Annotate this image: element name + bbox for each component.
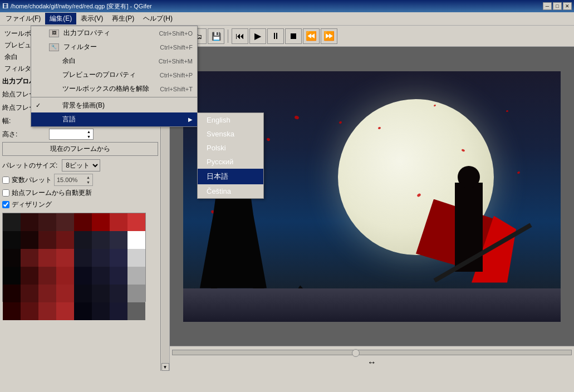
- palette-cell-46[interactable]: [110, 302, 127, 320]
- palette-cell-21[interactable]: [92, 249, 110, 267]
- lang-czech[interactable]: Čeština: [198, 184, 263, 198]
- dithering-checkbox[interactable]: [2, 201, 9, 208]
- palette-cell-36[interactable]: [74, 285, 92, 302]
- lang-svenska[interactable]: Svenska: [198, 127, 263, 141]
- percent-arrows[interactable]: ▲ ▼: [86, 175, 90, 185]
- palette-cell-16[interactable]: [3, 249, 21, 267]
- palette-cell-23[interactable]: [127, 249, 145, 267]
- menu-edit[interactable]: 編集(E): [45, 13, 76, 24]
- from-current-frame-button[interactable]: 現在のフレームから: [2, 142, 158, 156]
- palette-size-dropdown[interactable]: 8ビット: [62, 159, 100, 171]
- palette-cell-14[interactable]: [110, 231, 127, 249]
- palette-cell-42[interactable]: [38, 302, 56, 320]
- palette-cell-5[interactable]: [92, 213, 110, 231]
- timeline-scroll-left[interactable]: ↔: [367, 357, 376, 367]
- menu-play[interactable]: 再生(P): [107, 13, 139, 24]
- lang-russian[interactable]: Русский: [198, 155, 263, 169]
- menu-draw-bg[interactable]: ✓ 背景を描画(B): [31, 99, 197, 112]
- percent-down[interactable]: ▼: [86, 180, 90, 185]
- palette-cell-30[interactable]: [110, 267, 127, 285]
- palette-cell-2[interactable]: [38, 213, 56, 231]
- palette-cell-0[interactable]: [3, 213, 21, 231]
- palette-cell-11[interactable]: [56, 231, 74, 249]
- height-spinbox[interactable]: 204 px ▲ ▼: [49, 129, 94, 140]
- dithering-row: ディザリング: [2, 200, 158, 209]
- palette-cell-33[interactable]: [21, 285, 38, 302]
- palette-cell-20[interactable]: [74, 249, 92, 267]
- palette-cell-4[interactable]: [74, 213, 92, 231]
- palette-cell-25[interactable]: [21, 267, 38, 285]
- palette-cell-37[interactable]: [92, 285, 110, 302]
- menu-file[interactable]: ファイル(F): [1, 13, 45, 24]
- palette-cell-39[interactable]: [127, 285, 145, 302]
- palette-cell-31[interactable]: [127, 267, 145, 285]
- stop-button[interactable]: ⏹: [285, 28, 302, 44]
- palette-cell-19[interactable]: [56, 249, 74, 267]
- palette-cell-6[interactable]: [110, 213, 127, 231]
- palette-cell-15[interactable]: [127, 231, 145, 249]
- prev-frame-button[interactable]: ⏪: [303, 28, 320, 44]
- maximize-button[interactable]: □: [553, 2, 562, 10]
- menu-output-props[interactable]: 🖼 出力プロパティ Ctrl+Shift+O: [31, 26, 197, 40]
- splatter-3: [266, 137, 271, 141]
- palette-cell-38[interactable]: [110, 285, 127, 302]
- menu-filter[interactable]: 🔧 フィルター Ctrl+Shift+F: [31, 40, 197, 54]
- palette-cell-28[interactable]: [74, 267, 92, 285]
- palette-cell-9[interactable]: [21, 231, 38, 249]
- height-arrows[interactable]: ▲ ▼: [87, 129, 91, 139]
- palette-cell-3[interactable]: [56, 213, 74, 231]
- scroll-down-arrow[interactable]: ▼: [161, 363, 169, 371]
- height-up[interactable]: ▲: [87, 129, 91, 134]
- save-button[interactable]: 💾: [208, 28, 224, 44]
- palette-cell-41[interactable]: [21, 302, 38, 320]
- menu-language[interactable]: 言語 ▶ English Svenska Polski Русский 日本語 …: [31, 112, 197, 126]
- minimize-button[interactable]: ─: [543, 2, 552, 10]
- height-down[interactable]: ▼: [87, 134, 91, 139]
- menu-toolbox-reset[interactable]: ツールボックスの格納を解除 Ctrl+Shift+T: [31, 82, 197, 96]
- icon-toolbox-reset: [49, 85, 58, 94]
- menu-view[interactable]: 表示(V): [76, 13, 107, 24]
- palette-cell-24[interactable]: [3, 267, 21, 285]
- titlebar-controls: ─ □ ✕: [543, 2, 572, 10]
- goto-start-button[interactable]: ⏮: [232, 28, 248, 44]
- menu-preview-props[interactable]: プレビューのプロパティ Ctrl+Shift+P: [31, 68, 197, 82]
- palette-cell-10[interactable]: [38, 231, 56, 249]
- lang-english[interactable]: English: [198, 113, 263, 127]
- prev-frame-icon: ⏪: [306, 31, 317, 41]
- play-button[interactable]: ▶: [249, 28, 266, 44]
- palette-cell-45[interactable]: [92, 302, 110, 320]
- lang-polski[interactable]: Polski: [198, 141, 263, 155]
- palette-cell-22[interactable]: [110, 249, 127, 267]
- timeline-track[interactable]: [172, 350, 572, 355]
- icon-margin: [49, 57, 58, 66]
- palette-cell-35[interactable]: [56, 285, 74, 302]
- palette-cell-29[interactable]: [92, 267, 110, 285]
- timeline-thumb[interactable]: [352, 349, 360, 357]
- lang-japanese[interactable]: 日本語: [198, 169, 263, 184]
- palette-cell-12[interactable]: [74, 231, 92, 249]
- palette-cell-8[interactable]: [3, 231, 21, 249]
- palette-cell-47[interactable]: [127, 302, 145, 320]
- auto-update-checkbox[interactable]: [2, 189, 9, 197]
- palette-cell-27[interactable]: [56, 267, 74, 285]
- palette-cell-26[interactable]: [38, 267, 56, 285]
- percent-up[interactable]: ▲: [86, 175, 90, 180]
- next-frame-button[interactable]: ⏩: [321, 28, 337, 44]
- palette-cell-17[interactable]: [21, 249, 38, 267]
- menu-help[interactable]: ヘルプ(H): [139, 13, 177, 24]
- pause-button[interactable]: ⏸: [267, 28, 284, 44]
- palette-cell-1[interactable]: [21, 213, 38, 231]
- palette-cell-13[interactable]: [92, 231, 110, 249]
- palette-cell-43[interactable]: [56, 302, 74, 320]
- variable-palette-checkbox[interactable]: [2, 177, 9, 184]
- menu-margin[interactable]: 余白 Ctrl+Shift+M: [31, 54, 197, 68]
- palette-cell-44[interactable]: [74, 302, 92, 320]
- palette-cell-32[interactable]: [3, 285, 21, 302]
- save-icon: 💾: [212, 32, 221, 41]
- palette-cell-7[interactable]: [127, 213, 145, 231]
- palette-cell-40[interactable]: [3, 302, 21, 320]
- palette-cell-18[interactable]: [38, 249, 56, 267]
- close-button[interactable]: ✕: [563, 2, 572, 10]
- height-input[interactable]: 204 px: [52, 131, 82, 138]
- palette-cell-34[interactable]: [38, 285, 56, 302]
